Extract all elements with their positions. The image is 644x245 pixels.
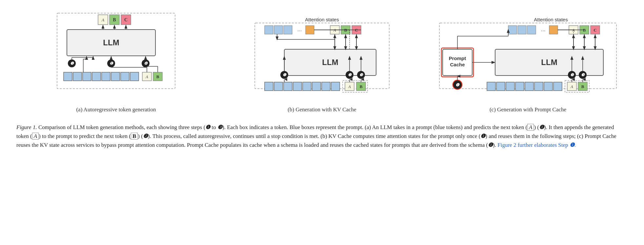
figure-label: Figure 1. <box>16 124 37 130</box>
svg-rect-19 <box>130 72 139 81</box>
svg-text:❶: ❶ <box>283 73 287 77</box>
svg-text:❶: ❶ <box>70 61 74 66</box>
svg-rect-17 <box>111 72 120 81</box>
svg-rect-71 <box>322 82 330 91</box>
figure-caption: Figure 1. Comparison of LLM token genera… <box>13 123 631 150</box>
svg-rect-116 <box>496 82 505 91</box>
figures-row: LLM A B C <box>13 7 631 113</box>
svg-text:...: ... <box>541 27 545 32</box>
svg-rect-48 <box>284 26 292 34</box>
svg-text:A: A <box>101 17 104 22</box>
svg-rect-121 <box>544 82 553 91</box>
svg-rect-68 <box>293 82 302 91</box>
svg-rect-99 <box>518 26 526 34</box>
svg-rect-50 <box>306 26 314 34</box>
svg-text:...: ... <box>297 27 302 32</box>
svg-rect-16 <box>102 72 110 81</box>
svg-rect-120 <box>534 82 543 91</box>
panel-a-diagram: LLM A B C <box>54 10 178 102</box>
svg-text:B: B <box>581 84 584 89</box>
svg-rect-100 <box>527 26 536 34</box>
svg-rect-15 <box>92 72 101 81</box>
panel-c-diagram: Attention states ... A B C Prompt Cache … <box>436 10 620 102</box>
svg-rect-118 <box>515 82 524 91</box>
svg-rect-13 <box>73 72 82 81</box>
panel-a-caption: (a) Autoregressive token generation <box>76 106 156 113</box>
svg-text:C: C <box>594 28 596 33</box>
svg-text:Cache: Cache <box>450 62 465 67</box>
svg-text:❷: ❷ <box>570 73 574 77</box>
svg-text:Prompt: Prompt <box>449 56 466 61</box>
panel-b-caption: (b) Generation with KV Cache <box>288 106 356 113</box>
svg-text:LLM: LLM <box>103 38 119 47</box>
svg-rect-70 <box>312 82 321 91</box>
svg-text:Attention states: Attention states <box>534 17 568 22</box>
svg-text:❷: ❷ <box>348 73 352 77</box>
svg-rect-115 <box>487 82 495 91</box>
svg-rect-18 <box>121 72 129 81</box>
svg-rect-117 <box>506 82 514 91</box>
svg-rect-14 <box>83 72 91 81</box>
svg-rect-72 <box>331 82 340 91</box>
svg-rect-65 <box>265 82 273 91</box>
svg-text:LLM: LLM <box>322 58 338 67</box>
panel-a: LLM A B C <box>13 10 219 113</box>
svg-text:Attention states: Attention states <box>305 17 339 22</box>
svg-text:❸: ❸ <box>359 73 363 77</box>
svg-rect-69 <box>303 82 311 91</box>
panel-c-caption: (c) Generation with Prompt Cache <box>490 106 566 113</box>
svg-text:❶: ❶ <box>455 82 460 87</box>
svg-text:A: A <box>145 75 148 79</box>
svg-text:C: C <box>124 17 128 22</box>
svg-text:LLM: LLM <box>541 58 557 67</box>
svg-rect-47 <box>274 26 283 34</box>
svg-text:A: A <box>333 28 336 33</box>
svg-text:❸: ❸ <box>581 73 585 77</box>
svg-text:B: B <box>156 74 159 79</box>
svg-rect-98 <box>508 26 517 34</box>
svg-rect-67 <box>284 82 292 91</box>
svg-text:A: A <box>348 84 351 89</box>
svg-text:B: B <box>113 17 116 22</box>
svg-rect-122 <box>553 82 562 91</box>
svg-rect-66 <box>274 82 283 91</box>
panel-b: Attention states ... A B C <box>219 10 425 113</box>
svg-text:B: B <box>360 84 363 89</box>
figure-2-link: Figure 2 further elaborates Step ❶. <box>497 142 576 148</box>
svg-rect-119 <box>525 82 533 91</box>
panel-b-diagram: Attention states ... A B C <box>252 10 392 102</box>
svg-rect-12 <box>64 72 72 81</box>
svg-text:A: A <box>570 84 573 89</box>
svg-rect-46 <box>265 26 273 34</box>
panel-c: Attention states ... A B C Prompt Cache … <box>425 10 631 113</box>
svg-rect-102 <box>549 26 558 34</box>
